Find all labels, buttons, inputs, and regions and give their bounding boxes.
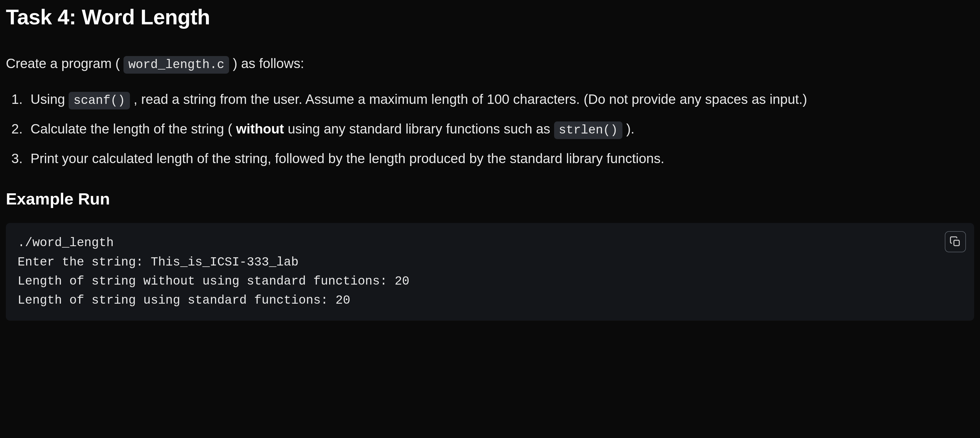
example-run-heading: Example Run: [6, 186, 974, 211]
step-2-suffix: ).: [626, 121, 635, 136]
copy-button[interactable]: [945, 231, 966, 252]
steps-list: Using scanf() , read a string from the u…: [26, 89, 974, 169]
step-2-bold: without: [236, 121, 284, 136]
step-1-suffix: , read a string from the user. Assume a …: [134, 92, 807, 107]
strlen-code: strlen(): [554, 121, 623, 139]
step-1-prefix: Using: [30, 92, 68, 107]
step-3: Print your calculated length of the stri…: [26, 148, 974, 169]
scanf-code: scanf(): [68, 92, 130, 110]
svg-rect-0: [954, 240, 959, 245]
intro-paragraph: Create a program ( word_length.c ) as fo…: [6, 53, 974, 74]
example-code-block: ./word_length Enter the string: This_is_…: [6, 223, 974, 320]
step-2-prefix: Calculate the length of the string (: [30, 121, 232, 136]
task-title: Task 4: Word Length: [6, 0, 974, 41]
copy-icon: [950, 236, 961, 248]
filename-code: word_length.c: [124, 56, 229, 74]
example-code-content: ./word_length Enter the string: This_is_…: [18, 234, 963, 310]
step-3-text: Print your calculated length of the stri…: [30, 151, 664, 166]
intro-suffix: ) as follows:: [233, 56, 304, 71]
step-1: Using scanf() , read a string from the u…: [26, 89, 974, 110]
intro-prefix: Create a program (: [6, 56, 120, 71]
step-2: Calculate the length of the string ( wit…: [26, 118, 974, 140]
step-2-mid: using any standard library functions suc…: [288, 121, 554, 136]
